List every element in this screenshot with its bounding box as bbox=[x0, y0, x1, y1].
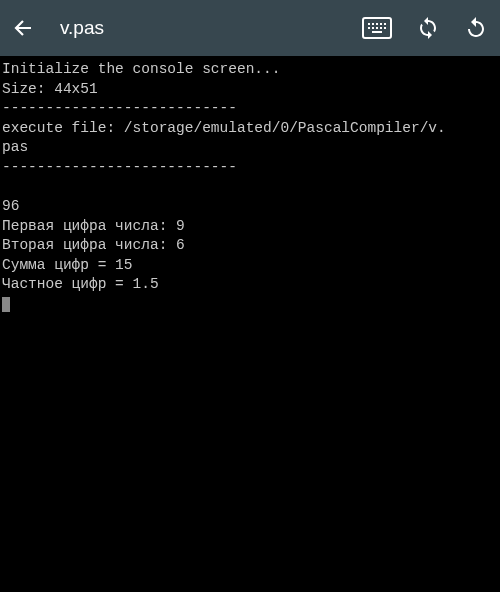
svg-rect-2 bbox=[376, 23, 378, 25]
file-title: v.pas bbox=[60, 17, 104, 39]
svg-rect-3 bbox=[380, 23, 382, 25]
console-line: Size: 44x51 bbox=[2, 81, 98, 97]
console-cursor bbox=[2, 297, 10, 312]
console-output[interactable]: Initialize the console screen... Size: 4… bbox=[0, 56, 500, 318]
svg-rect-5 bbox=[368, 27, 370, 29]
console-line: Initialize the console screen... bbox=[2, 61, 280, 77]
refresh-button[interactable] bbox=[416, 16, 440, 40]
back-button[interactable] bbox=[12, 16, 36, 40]
back-arrow-icon bbox=[12, 16, 36, 40]
undo-icon bbox=[464, 16, 488, 40]
app-toolbar: v.pas bbox=[0, 0, 500, 56]
console-line: pas bbox=[2, 139, 28, 155]
svg-rect-4 bbox=[384, 23, 386, 25]
console-line: execute file: /storage/emulated/0/Pascal… bbox=[2, 120, 446, 136]
svg-rect-8 bbox=[380, 27, 382, 29]
keyboard-icon bbox=[367, 22, 387, 34]
console-line: Частное цифр = 1.5 bbox=[2, 276, 159, 292]
undo-button[interactable] bbox=[464, 16, 488, 40]
console-line: --------------------------- bbox=[2, 100, 237, 116]
svg-rect-0 bbox=[368, 23, 370, 25]
refresh-icon bbox=[416, 16, 440, 40]
console-line: 96 bbox=[2, 198, 19, 214]
console-line: Первая цифра числа: 9 bbox=[2, 218, 185, 234]
toolbar-left: v.pas bbox=[12, 16, 342, 40]
console-line: Вторая цифра числа: 6 bbox=[2, 237, 185, 253]
toolbar-right bbox=[362, 16, 488, 40]
svg-rect-10 bbox=[372, 31, 382, 33]
svg-rect-6 bbox=[372, 27, 374, 29]
console-line: Сумма цифр = 15 bbox=[2, 257, 133, 273]
console-line: --------------------------- bbox=[2, 159, 237, 175]
svg-rect-9 bbox=[384, 27, 386, 29]
svg-rect-7 bbox=[376, 27, 378, 29]
keyboard-button[interactable] bbox=[362, 17, 392, 39]
svg-rect-1 bbox=[372, 23, 374, 25]
